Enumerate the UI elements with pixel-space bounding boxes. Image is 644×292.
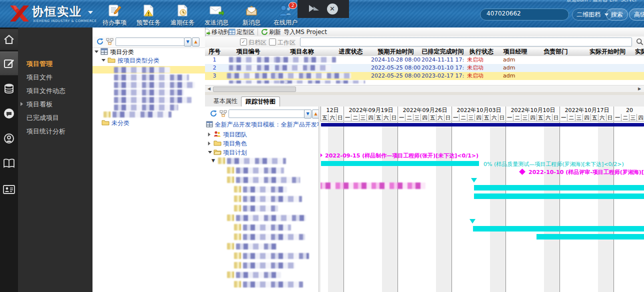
blurred-folder-icon: [234, 196, 241, 202]
table-row[interactable]: 32022-05-25 08:002023-02-17 17:00未启动adm: [205, 72, 644, 80]
scroll-left-icon[interactable]: ◀: [208, 86, 210, 91]
blurred-tree-item: [236, 177, 300, 183]
menu-item-project-management[interactable]: 项目管理: [18, 57, 92, 70]
blurred-tree-item: [114, 97, 192, 103]
search-icon[interactable]: [636, 38, 644, 46]
column-header[interactable]: 项目编号: [224, 48, 273, 56]
menu-item-label: 项目看板: [26, 100, 52, 108]
gantt-task-bar[interactable]: [321, 161, 479, 166]
menu-item-project-statistics[interactable]: 项目统计分析: [18, 124, 92, 138]
gantt-task-bar[interactable]: [474, 185, 644, 190]
broadcast-nav-button[interactable]: [0, 128, 18, 150]
warning-tasks-label: 预警任务: [132, 18, 165, 27]
send-message-icon: [200, 2, 233, 18]
search-button[interactable]: 搜索: [606, 8, 628, 20]
new-message-button[interactable]: 新消息: [235, 2, 268, 27]
tab-basic-properties[interactable]: 基本属性: [211, 96, 240, 106]
search-category-value: 二维图档: [576, 11, 600, 18]
column-header[interactable]: 预期开始时间: [370, 48, 422, 56]
refresh-button[interactable]: 刷新: [269, 28, 281, 36]
knowledge-nav-button[interactable]: [0, 152, 18, 174]
column-header[interactable]: 实际完成时间: [635, 48, 644, 56]
weekday-cell: 六: [544, 114, 552, 122]
weekday-cell: 三: [359, 114, 366, 122]
blurred-cell: [276, 57, 336, 62]
recorder-skip-icon[interactable]: [309, 5, 320, 13]
advanced-search-button[interactable]: 高级: [629, 8, 644, 20]
idcard-nav-button[interactable]: [0, 178, 18, 200]
menu-item-project-board[interactable]: 项目看板: [18, 98, 92, 111]
fixed-area-icon[interactable]: [228, 28, 236, 35]
blurred-cell: [229, 65, 273, 70]
weekday-cell: 四: [528, 114, 536, 122]
blurred-tree-item: [114, 90, 184, 96]
overdue-tasks-button[interactable]: 逾期任务: [166, 2, 199, 27]
gantt-summary-bar[interactable]: [321, 123, 644, 126]
blurred-folder-icon: [218, 158, 225, 164]
weekday-cell: 一: [452, 114, 459, 122]
menu-item-project-files[interactable]: 项目文件: [18, 70, 92, 84]
refresh-icon[interactable]: [261, 28, 268, 36]
column-header[interactable]: 项目名称: [272, 48, 332, 56]
weekday-cell: 三: [467, 114, 474, 122]
gantt-weekday-row: 一二三四五六日: [452, 114, 506, 122]
table-row[interactable]: 12024-10-28 08:002024-11-11 17:00未启动adm: [205, 56, 644, 64]
column-header[interactable]: 项目经理: [499, 48, 532, 56]
blurred-folder-icon: [227, 272, 234, 278]
table-horizontal-scrollbar[interactable]: ◀ ▶: [205, 85, 644, 92]
column-header[interactable]: 进度状态: [332, 48, 370, 56]
menu-item-project-file-activity[interactable]: 项目文件动态: [18, 84, 92, 98]
logo-dropdown-icon[interactable]: [88, 11, 93, 14]
blurred-tree-item: [236, 272, 281, 278]
gantt-task-bar[interactable]: [536, 234, 644, 240]
weekend-band: [598, 122, 614, 292]
projects-nav-button[interactable]: [0, 52, 18, 76]
gantt-progress-label: 0% (样品质量测试—项目工程师(罗湘海)[未下达]<0/2>): [484, 160, 624, 168]
weekday-cell: 一: [560, 114, 567, 122]
recorder-close-icon[interactable]: ✕: [327, 4, 338, 14]
table-filter-input[interactable]: [300, 38, 632, 46]
column-header[interactable]: 序号: [205, 48, 224, 56]
scroll-right-icon[interactable]: ▶: [638, 86, 641, 91]
column-header[interactable]: 已排定完成时间: [422, 48, 464, 56]
workspace-checkbox[interactable]: [269, 38, 276, 46]
blurred-folder-icon: [234, 252, 241, 259]
send-message-button[interactable]: 发送消息: [200, 2, 233, 27]
column-header[interactable]: 负责部门: [532, 48, 580, 56]
blurred-folder-icon: [227, 243, 234, 250]
blurred-gantt-tree-region: ▼: [205, 106, 318, 292]
todo-items-button[interactable]: 待办事项: [98, 2, 131, 27]
database-nav-button[interactable]: [0, 78, 18, 100]
weekday-cell: 二: [621, 114, 628, 122]
weekday-cell: 五: [536, 114, 544, 122]
scrollbar-thumb[interactable]: [213, 86, 296, 92]
table-cell-seq: 2: [205, 64, 224, 72]
weekday-cell: 六: [328, 114, 336, 122]
weekend-band: [544, 122, 560, 292]
archive-checkbox[interactable]: ✓: [240, 38, 247, 46]
gantt-drop-marker-icon: [471, 178, 477, 182]
import-ms-project-button[interactable]: 导入MS Project: [284, 28, 327, 36]
global-search-input[interactable]: [486, 10, 562, 17]
home-nav-button[interactable]: [0, 29, 18, 50]
weekday-cell: 四: [636, 114, 644, 122]
tab-tracking-gantt[interactable]: 跟踪甘特图: [241, 96, 280, 107]
gantt-chart: 12日五六日2022年09月19日一二三四五六日2022年09月26日一二三四五…: [320, 106, 644, 292]
move-to-button[interactable]: 移动到: [212, 28, 230, 36]
global-search-box[interactable]: [480, 8, 569, 20]
column-header[interactable]: 实际开始时间: [580, 48, 636, 56]
blurred-folder-icon: [234, 234, 241, 240]
gantt-task-bar[interactable]: [473, 226, 644, 232]
warning-tasks-button[interactable]: 预警任务: [132, 2, 165, 27]
sidebar-menu: 项目管理 项目文件 项目文件动态 项目看板 已完成项目 项目统计分析: [18, 28, 93, 292]
gantt-milestone-label: 2022-10-10 (样品评审-项目工程师(罗湘海)[未下达]<0/1>): [528, 168, 644, 176]
table-row[interactable]: 22022-05-25 08:002023-01-10 17:00未启动adm: [205, 64, 644, 72]
column-header[interactable]: 执行状态: [464, 48, 500, 56]
fixed-area-button[interactable]: 定型区: [236, 28, 254, 36]
menu-item-completed-projects[interactable]: 已完成项目: [18, 111, 92, 124]
messages-nav-button[interactable]: [0, 102, 18, 124]
gantt-task-bar[interactable]: [474, 194, 644, 199]
blurred-tree-item: [243, 196, 302, 202]
collapse-caret-icon[interactable]: ▼: [212, 158, 216, 163]
gantt-weekday-row: 一二三四五六日: [398, 114, 452, 122]
